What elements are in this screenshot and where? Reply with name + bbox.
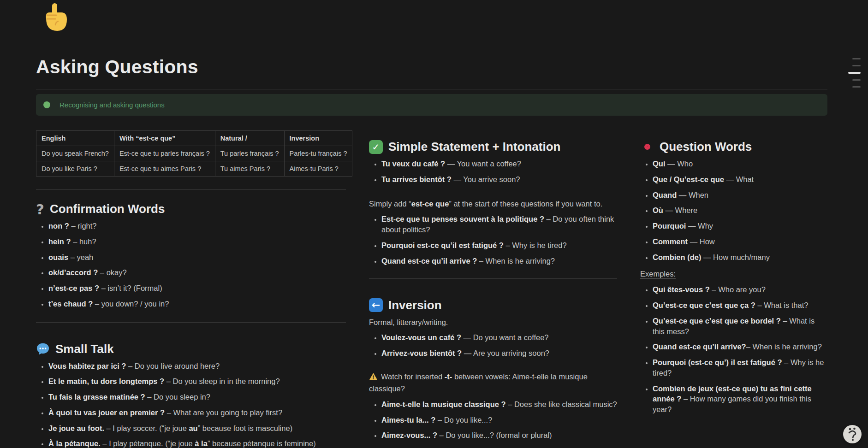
inversion-subtitle: Formal, litterary/writing.: [369, 317, 617, 328]
three-column-layout: EnglishWith “est-ce que”Natural /Inversi…: [36, 130, 827, 448]
list-item: Qui êtes-vous ? – Who are you?: [653, 284, 828, 295]
table-cell: Tu aimes Paris ?: [215, 161, 284, 177]
list-item: Aimez-vous... ? – Do you like...? (forma…: [381, 430, 617, 441]
list-item: ok/d’accord ? – okay?: [48, 267, 346, 278]
list-item: Pourquoi est-ce qu’il est fatigué ? – Wh…: [381, 240, 617, 251]
green-dot-icon: [43, 101, 50, 108]
list-item: Aimes-tu la... ? – Do you like...?: [381, 415, 617, 425]
list-item: Quand est-ce qu’il arrive?– When is he a…: [653, 342, 828, 352]
list-item: Quand — When: [653, 190, 828, 200]
confirmation-words-list: non ? – right?hein ? – huh?ouais – yeaho…: [36, 221, 346, 309]
table-row: Do you like Paris ?Est-ce que tu aimes P…: [36, 161, 352, 177]
column-right: Question Words Qui — WhoQue / Qu’est-ce …: [640, 130, 828, 420]
section-divider: [36, 322, 346, 323]
table-cell: Aimes-tu Paris ?: [284, 161, 352, 177]
blue-left-arrow-icon: ←: [369, 298, 383, 312]
heading-text: Small Talk: [55, 342, 114, 356]
table-cell: Tu parles français ?: [215, 146, 284, 161]
column-header: With “est-ce que”: [114, 131, 215, 146]
page-outline-indicator[interactable]: [848, 58, 861, 88]
inversion-list: Voulez-vous un café ? — Do you want a co…: [369, 332, 617, 359]
toc-line[interactable]: [852, 79, 861, 81]
table-cell: Est-ce que tu parles français ?: [114, 146, 215, 161]
callout: Recognising and asking questions: [36, 94, 827, 116]
list-item: n’est-ce pas ? – isn’t it? (Formal): [48, 283, 346, 294]
list-item: Qui — Who: [653, 159, 828, 169]
t-insertion-warning: Watch for inserted -t- between vowels: A…: [369, 371, 617, 395]
green-check-icon: ✓: [369, 140, 383, 154]
heading-text: Confirmation Words: [50, 202, 165, 216]
white-question-mark-icon: ?: [36, 202, 44, 216]
est-ce-que-note: Simply add “est-ce que” at the start of …: [369, 199, 617, 210]
pointing-up-hand-icon[interactable]: [42, 3, 67, 31]
list-item: Aime-t-elle la musique classique ? – Doe…: [381, 399, 617, 410]
list-item: ouais – yeah: [48, 252, 346, 263]
title-divider: [36, 89, 827, 89]
exemples-list: Qui êtes-vous ? – Who are you?Qu’est-ce …: [640, 284, 828, 415]
table-cell: Do you like Paris ?: [36, 161, 114, 177]
page-title: Asking Questions: [36, 56, 827, 78]
list-item: Où — Where: [653, 205, 828, 216]
toc-line[interactable]: [852, 58, 861, 59]
list-item: Qu’est-ce que c’est que ça ? – What is t…: [653, 300, 828, 311]
column-header: Natural /: [215, 131, 284, 146]
list-item: Tu arrives bientôt ? — You arrive soon?: [381, 174, 617, 185]
small-talk-heading: Small Talk: [36, 342, 346, 356]
list-item: Combien (de) — How much/many: [653, 252, 828, 263]
table-cell: Est-ce que tu aimes Paris ?: [114, 161, 215, 177]
section-divider: [36, 189, 346, 190]
list-item: Je joue au foot. – I play soccer. (“je j…: [48, 423, 346, 434]
list-item: Pourquoi — Why: [653, 221, 828, 231]
heading-text: Simple Statement + Intonation: [388, 140, 560, 154]
question-words-heading: Question Words: [640, 140, 828, 154]
list-item: Pourquoi (est-ce qu’) il est fatigué ? –…: [653, 357, 828, 378]
list-item: À la pétanque. – I play pétanque. (“je j…: [48, 438, 346, 448]
list-item: Tu veux du café ? — You want a coffee?: [381, 159, 617, 169]
list-item: À quoi tu vas jouer en premier ? – What …: [48, 407, 346, 418]
list-item: Et le matin, tu dors longtemps ? – Do yo…: [48, 376, 346, 387]
list-item: t’es chaud ? – you down? / you in?: [48, 299, 346, 309]
notion-page: Asking Questions Recognising and asking …: [0, 0, 868, 448]
question-words-list: Qui — WhoQue / Qu’est-ce que — WhatQuand…: [640, 159, 828, 262]
red-hollow-circle-icon: [640, 140, 654, 154]
list-item: Arrivez-vous bientôt ? — Are you arrivin…: [381, 348, 617, 359]
exemples-label: Exemples:: [640, 269, 828, 280]
column-header: English: [36, 131, 114, 146]
list-item: Est-ce que tu penses souvent à la politi…: [381, 214, 617, 235]
table-cell: Do you speak French?: [36, 146, 114, 161]
confirmation-words-heading: ? Confirmation Words: [36, 202, 346, 216]
help-button[interactable]: [843, 425, 862, 443]
list-item: Voulez-vous un café ? — Do you want a co…: [381, 332, 617, 343]
heading-text: Question Words: [660, 140, 752, 154]
speech-bubble-icon: [36, 342, 50, 356]
toc-line[interactable]: [852, 65, 861, 66]
intonation-list: Tu veux du café ? — You want a coffee?Tu…: [369, 159, 617, 185]
list-item: Qu’est-ce que c’est que ce bordel ? – Wh…: [653, 316, 828, 337]
help-question-face-icon: [847, 426, 858, 442]
question-forms-table: EnglishWith “est-ce que”Natural /Inversi…: [36, 130, 352, 177]
toc-line[interactable]: [848, 72, 861, 74]
section-divider: [369, 278, 617, 279]
warning-text: Watch for inserted -t- between vowels: A…: [369, 372, 588, 393]
column-header: Inversion: [284, 131, 352, 146]
intonation-heading: ✓ Simple Statement + Intonation: [369, 140, 617, 154]
list-item: non ? – right?: [48, 221, 346, 231]
list-item: hein ? – huh?: [48, 236, 346, 247]
toc-line[interactable]: [852, 86, 861, 88]
column-middle: ✓ Simple Statement + Intonation Tu veux …: [369, 130, 617, 446]
list-item: Tu fais la grasse matinée ? – Do you sle…: [48, 392, 346, 402]
list-item: Combien de jeux (est-ce que) tu as fini …: [653, 383, 828, 415]
list-item: Vous habitez par ici ? – Do you live aro…: [48, 361, 346, 371]
callout-text: Recognising and asking questions: [59, 101, 165, 109]
est-ce-que-list: Est-ce que tu penses souvent à la politi…: [369, 214, 617, 266]
warning-triangle-icon: [369, 372, 378, 383]
column-left: EnglishWith “est-ce que”Natural /Inversi…: [36, 130, 346, 448]
list-item: Comment — How: [653, 236, 828, 247]
table-cell: Parles-tu français ?: [284, 146, 352, 161]
list-item: Quand est-ce qu’il arrive ? – When is he…: [381, 256, 617, 266]
small-talk-list: Vous habitez par ici ? – Do you live aro…: [36, 361, 346, 448]
table-row: Do you speak French?Est-ce que tu parles…: [36, 146, 352, 161]
heading-text: Inversion: [388, 298, 442, 312]
inversion-heading: ← Inversion: [369, 298, 617, 312]
inversion-t-list: Aime-t-elle la musique classique ? – Doe…: [369, 399, 617, 441]
